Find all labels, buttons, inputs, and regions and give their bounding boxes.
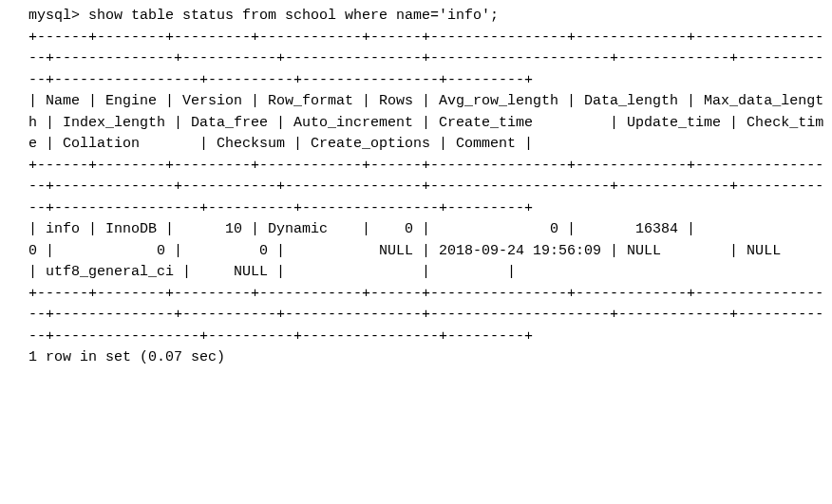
table-border-mid: +------+--------+---------+------------+… — [28, 158, 823, 216]
mysql-terminal-output: mysql> show table status from school whe… — [0, 0, 832, 375]
result-footer: 1 row in set (0.07 sec) — [28, 349, 225, 365]
table-row: | info | InnoDB | 10 | Dynamic | 0 | 0 |… — [28, 221, 832, 280]
table-border-top: +------+--------+---------+------------+… — [28, 29, 823, 88]
table-border-bottom: +------+--------+---------+------------+… — [28, 286, 823, 345]
table-header-row: | Name | Engine | Version | Row_format |… — [28, 93, 823, 152]
mysql-prompt: mysql> — [28, 8, 88, 24]
sql-command: show table status from school where name… — [88, 8, 499, 24]
